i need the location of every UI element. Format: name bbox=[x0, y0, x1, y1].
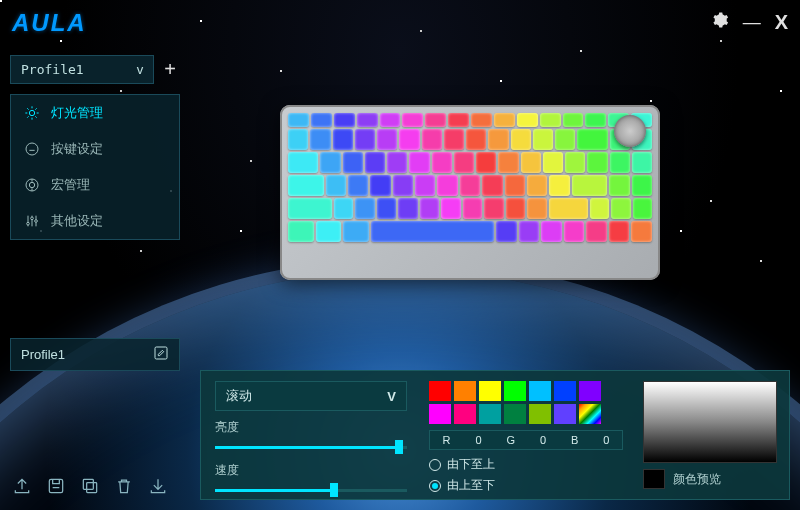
settings-icon[interactable] bbox=[711, 11, 729, 34]
svg-point-4 bbox=[27, 222, 30, 225]
key bbox=[320, 152, 340, 173]
color-swatch-0[interactable] bbox=[429, 381, 451, 401]
brightness-icon bbox=[23, 104, 41, 122]
key bbox=[632, 152, 652, 173]
key bbox=[611, 198, 630, 219]
color-swatch-13[interactable] bbox=[579, 404, 601, 424]
key bbox=[441, 198, 460, 219]
key bbox=[334, 113, 355, 127]
profile-dropdown-label: Profile1 bbox=[21, 62, 84, 77]
key bbox=[572, 175, 608, 196]
color-gradient-picker[interactable] bbox=[643, 381, 777, 463]
sidebar-item-label: 其他设定 bbox=[51, 212, 103, 230]
svg-rect-10 bbox=[83, 479, 93, 489]
key bbox=[398, 198, 417, 219]
sidebar-item-3[interactable]: 其他设定 bbox=[11, 203, 179, 239]
color-swatch-9[interactable] bbox=[479, 404, 501, 424]
key bbox=[471, 113, 492, 127]
profile-name-row[interactable]: Profile1 bbox=[10, 338, 180, 371]
radio-dot-icon bbox=[429, 480, 441, 492]
key bbox=[543, 152, 563, 173]
key bbox=[586, 221, 607, 242]
radio-label: 由上至下 bbox=[447, 477, 495, 494]
sidebar-item-2[interactable]: 宏管理 bbox=[11, 167, 179, 203]
key bbox=[444, 129, 464, 150]
key bbox=[387, 152, 407, 173]
color-swatch-10[interactable] bbox=[504, 404, 526, 424]
close-button[interactable]: X bbox=[775, 11, 788, 34]
key bbox=[415, 175, 435, 196]
key bbox=[288, 152, 318, 173]
svg-point-3 bbox=[29, 182, 34, 187]
key bbox=[494, 113, 515, 127]
key bbox=[466, 129, 486, 150]
color-swatch-6[interactable] bbox=[579, 381, 601, 401]
upload-icon[interactable] bbox=[12, 476, 32, 500]
key bbox=[355, 198, 374, 219]
key bbox=[585, 113, 606, 127]
direction-radio-0[interactable]: 由下至上 bbox=[429, 456, 623, 473]
sidebar-item-label: 灯光管理 bbox=[51, 104, 103, 122]
key bbox=[540, 113, 561, 127]
key bbox=[460, 175, 480, 196]
keyboard-preview bbox=[280, 105, 660, 280]
color-swatch-4[interactable] bbox=[529, 381, 551, 401]
brightness-label: 亮度 bbox=[215, 419, 407, 436]
key bbox=[343, 152, 363, 173]
key bbox=[448, 113, 469, 127]
effect-dropdown[interactable]: 滚动 V bbox=[215, 381, 407, 411]
save-icon[interactable] bbox=[46, 476, 66, 500]
key bbox=[288, 221, 314, 242]
key bbox=[482, 175, 502, 196]
key bbox=[326, 175, 346, 196]
key bbox=[565, 152, 585, 173]
color-swatch-12[interactable] bbox=[554, 404, 576, 424]
chevron-down-icon: v bbox=[137, 62, 144, 77]
add-profile-button[interactable]: + bbox=[160, 58, 180, 81]
edit-icon[interactable] bbox=[153, 345, 169, 364]
direction-radio-1[interactable]: 由上至下 bbox=[429, 477, 623, 494]
key bbox=[609, 221, 630, 242]
copy-icon[interactable] bbox=[80, 476, 100, 500]
color-swatch-1[interactable] bbox=[454, 381, 476, 401]
speed-slider[interactable] bbox=[215, 483, 407, 497]
minimize-button[interactable]: — bbox=[743, 12, 761, 33]
key bbox=[377, 198, 396, 219]
key bbox=[587, 152, 607, 173]
color-swatch-11[interactable] bbox=[529, 404, 551, 424]
key bbox=[316, 221, 342, 242]
color-swatches bbox=[429, 381, 623, 424]
key bbox=[632, 175, 652, 196]
key bbox=[633, 198, 652, 219]
key bbox=[498, 152, 518, 173]
key bbox=[463, 198, 482, 219]
rgb-display[interactable]: R0 G0 B0 bbox=[429, 430, 623, 450]
keyboard-icon bbox=[23, 140, 41, 158]
color-swatch-8[interactable] bbox=[454, 404, 476, 424]
sidebar-item-1[interactable]: 按键设定 bbox=[11, 131, 179, 167]
macro-icon bbox=[23, 176, 41, 194]
radio-label: 由下至上 bbox=[447, 456, 495, 473]
color-swatch-7[interactable] bbox=[429, 404, 451, 424]
key bbox=[631, 221, 652, 242]
profile-name-label: Profile1 bbox=[21, 347, 65, 362]
key bbox=[590, 198, 609, 219]
key bbox=[476, 152, 496, 173]
key bbox=[425, 113, 446, 127]
delete-icon[interactable] bbox=[114, 476, 134, 500]
chevron-down-icon: V bbox=[387, 389, 396, 404]
key bbox=[422, 129, 442, 150]
brightness-slider[interactable] bbox=[215, 440, 407, 454]
key bbox=[432, 152, 452, 173]
sidebar-item-0[interactable]: 灯光管理 bbox=[11, 95, 179, 131]
export-icon[interactable] bbox=[148, 476, 168, 500]
key bbox=[399, 129, 419, 150]
color-swatch-3[interactable] bbox=[504, 381, 526, 401]
profile-dropdown[interactable]: Profile1 v bbox=[10, 55, 154, 84]
key bbox=[496, 221, 517, 242]
color-swatch-5[interactable] bbox=[554, 381, 576, 401]
key bbox=[380, 113, 401, 127]
color-swatch-2[interactable] bbox=[479, 381, 501, 401]
key bbox=[409, 152, 429, 173]
brand-logo: AULA bbox=[12, 9, 87, 37]
